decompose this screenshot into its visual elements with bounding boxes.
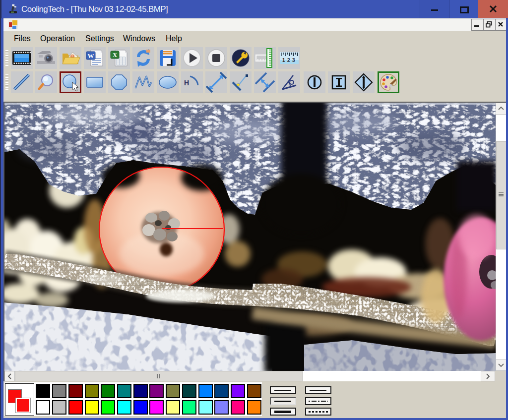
svg-text:2: 2	[287, 58, 290, 63]
svg-text:3: 3	[292, 58, 295, 63]
svg-text:1: 1	[282, 58, 285, 63]
svg-text:X: X	[113, 52, 117, 59]
svg-text:W: W	[88, 52, 94, 60]
svg-text:H: H	[184, 79, 189, 87]
